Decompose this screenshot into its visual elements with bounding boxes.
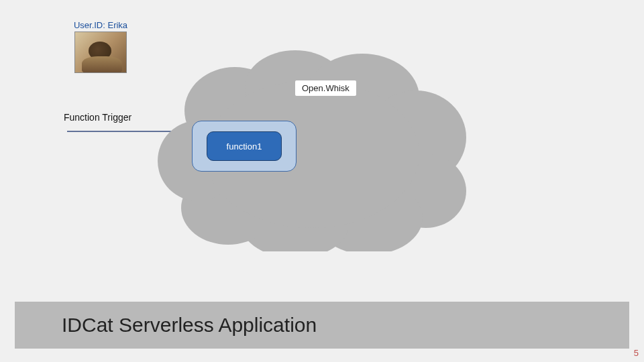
title-bar: IDCat Serverless Application — [15, 302, 629, 349]
trigger-label: Function Trigger — [64, 112, 131, 123]
slide-title: IDCat Serverless Application — [15, 314, 317, 337]
function-label: function1 — [227, 141, 262, 152]
user-box: User.ID: Erika — [67, 20, 134, 73]
function-container: function1 — [192, 121, 297, 172]
user-id-label: User.ID: Erika — [67, 20, 134, 30]
page-number: 5 — [634, 348, 639, 358]
cloud-openwhisk: Open.Whisk function1 — [154, 50, 470, 251]
cat-photo — [74, 32, 127, 73]
slide: User.ID: Erika Function Trigger — [0, 0, 644, 362]
cloud-label: Open.Whisk — [295, 80, 356, 96]
function-box: function1 — [207, 131, 282, 161]
